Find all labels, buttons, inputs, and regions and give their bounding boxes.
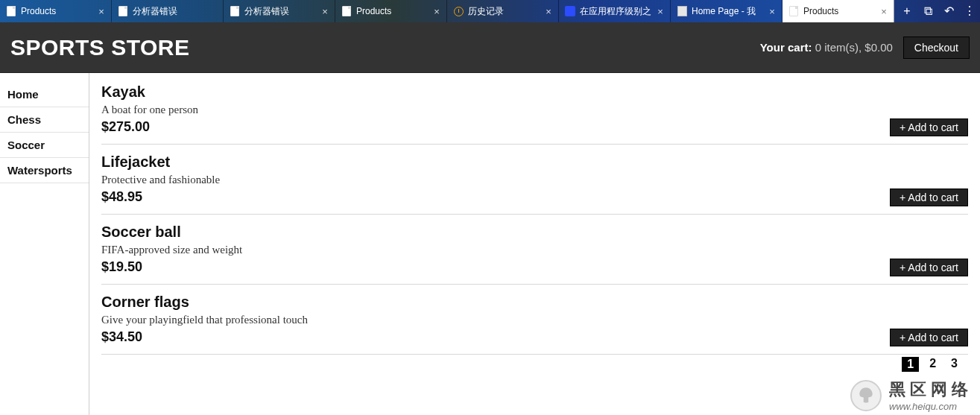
add-to-cart-button[interactable]: + Add to cart [890, 329, 968, 346]
sidebar-item-soccer[interactable]: Soccer [0, 133, 89, 158]
app-icon [565, 6, 575, 16]
tab-label: Products [21, 6, 96, 16]
product-description: Protective and fashionable [101, 174, 968, 186]
sidebar-item-chess[interactable]: Chess [0, 107, 89, 133]
tab-label: 分析器错误 [133, 5, 208, 18]
product-row: Corner flags Give your playingfield that… [101, 294, 968, 355]
product-description: FIFA-approved size and weight [101, 244, 968, 256]
page-icon [6, 6, 16, 16]
watermark-text: 黑区网络 www.heiqu.com [889, 378, 973, 412]
browser-tab-4[interactable]: 历史记录 × [447, 0, 559, 22]
tab-label: Home Page - 我 [692, 5, 767, 18]
content: Home Chess Soccer Watersports Kayak A bo… [0, 73, 980, 415]
sidebar-item-home[interactable]: Home [0, 82, 89, 107]
product-row: Kayak A boat for one person $275.00 + Ad… [101, 83, 968, 145]
all-tabs-button[interactable]: ⧉ [917, 0, 938, 22]
tab-close-icon[interactable]: × [543, 6, 554, 17]
page-link-3[interactable]: 3 [946, 357, 962, 372]
home-icon [677, 6, 687, 16]
tab-close-icon[interactable]: × [655, 6, 666, 17]
product-price: $48.95 [101, 189, 968, 205]
cart-summary: Your cart: 0 item(s), $0.00 [760, 41, 893, 54]
tabstrip-actions: + ⧉ ↶ ⋮ [897, 0, 980, 22]
product-row: Lifejacket Protective and fashionable $4… [101, 153, 968, 215]
page-link-2[interactable]: 2 [925, 357, 941, 372]
sidebar-item-watersports[interactable]: Watersports [0, 158, 89, 183]
tab-close-icon[interactable]: × [96, 6, 107, 17]
cart-items: 0 item(s), $0.00 [815, 41, 893, 54]
watermark-icon [850, 380, 882, 411]
page-icon [118, 6, 128, 16]
product-name: Lifejacket [101, 153, 968, 171]
checkout-button[interactable]: Checkout [903, 37, 970, 59]
page-link-1[interactable]: 1 [902, 357, 919, 372]
tab-label: 历史记录 [468, 5, 543, 18]
product-name: Kayak [101, 83, 968, 101]
browser-tab-0[interactable]: Products × [0, 0, 112, 22]
brand-title: SPORTS STORE [10, 35, 190, 60]
product-name: Soccer ball [101, 224, 968, 241]
add-to-cart-button[interactable]: + Add to cart [890, 118, 968, 136]
tab-close-icon[interactable]: × [879, 6, 889, 17]
browser-tab-1[interactable]: 分析器错误 [112, 0, 224, 22]
tab-close-icon[interactable]: × [320, 6, 330, 17]
site-header: SPORTS STORE Your cart: 0 item(s), $0.00… [0, 22, 980, 73]
cart-area: Your cart: 0 item(s), $0.00 Checkout [760, 37, 970, 59]
tab-label: 在应用程序级别之 [580, 5, 655, 18]
tab-label: 分析器错误 [244, 5, 320, 18]
product-description: A boat for one person [101, 104, 968, 116]
back-button[interactable]: ↶ [938, 0, 959, 22]
tab-close-icon[interactable]: × [767, 6, 777, 17]
tab-close-icon[interactable]: × [431, 6, 442, 17]
browser-tabstrip: Products × 分析器错误 分析器错误 × Products × 历史记录… [0, 0, 980, 22]
browser-tab-3[interactable]: Products × [335, 0, 447, 22]
new-tab-button[interactable]: + [897, 0, 917, 22]
add-to-cart-button[interactable]: + Add to cart [890, 259, 968, 276]
product-row: Soccer ball FIFA-approved size and weigh… [101, 224, 968, 285]
watermark-title: 黑区网络 [889, 378, 973, 401]
more-button[interactable]: ⋮ [959, 0, 980, 22]
product-price: $34.50 [101, 329, 968, 345]
watermark-url: www.heiqu.com [889, 401, 973, 412]
add-to-cart-button[interactable]: + Add to cart [890, 189, 968, 206]
tab-label: Products [803, 6, 879, 16]
product-list: Kayak A boat for one person $275.00 + Ad… [89, 73, 980, 415]
product-description: Give your playingfield that professional… [101, 314, 968, 326]
page-icon [230, 6, 240, 16]
pagination: 1 2 3 [902, 357, 962, 372]
browser-tab-2[interactable]: 分析器错误 × [224, 0, 335, 22]
product-name: Corner flags [101, 294, 968, 311]
tab-label: Products [356, 6, 431, 16]
clock-icon [453, 6, 464, 16]
browser-tab-6[interactable]: Home Page - 我 × [671, 0, 783, 22]
browser-tab-7[interactable]: Products × [783, 0, 894, 22]
browser-tab-5[interactable]: 在应用程序级别之 × [559, 0, 671, 22]
product-price: $19.50 [101, 259, 968, 275]
category-sidebar: Home Chess Soccer Watersports [0, 73, 89, 415]
watermark: 黑区网络 www.heiqu.com [850, 378, 973, 412]
tab-close-icon[interactable] [208, 6, 218, 17]
page-icon [788, 6, 799, 16]
page-icon [341, 6, 352, 16]
cart-label: Your cart: [760, 41, 812, 54]
product-price: $275.00 [101, 119, 968, 135]
